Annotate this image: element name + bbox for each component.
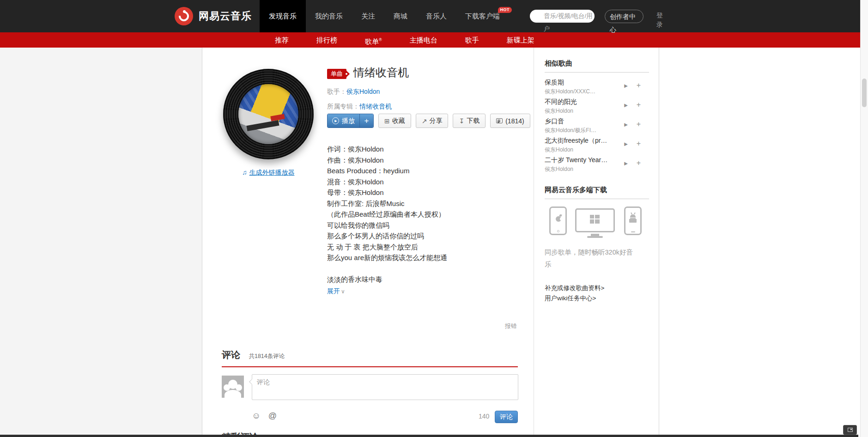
download-button[interactable]: ↧ 下载 (453, 114, 486, 128)
similar-song-title[interactable]: 保质期 (545, 79, 619, 87)
device-icons-row (545, 206, 649, 237)
top-navigation-bar: 网易云音乐 发现音乐 我的音乐 关注 商城 音乐人 下载客户端 HOT 音乐/视… (0, 0, 868, 32)
comment-submit-button[interactable]: 评论 (495, 411, 518, 423)
windows-device-icon[interactable] (575, 208, 615, 232)
add-small-icon[interactable]: + (637, 140, 641, 148)
similar-songs-title: 相似歌曲 (545, 59, 649, 73)
netease-logo-icon (175, 7, 193, 25)
column-divider (534, 48, 534, 437)
detail-line: Beats Produced：heydium (327, 165, 447, 176)
subnav-item-radio[interactable]: 主播电台 (396, 32, 451, 49)
left-gutter (0, 48, 202, 437)
play-button[interactable]: ▶ 播放 (328, 114, 359, 127)
nav-item-discover[interactable]: 发现音乐 (260, 0, 306, 32)
expand-lyrics-link[interactable]: 展开∨ (327, 286, 447, 297)
brand-title: 网易云音乐 (199, 9, 252, 23)
multi-device-download-title: 网易云音乐多端下载 (545, 186, 649, 199)
netease-logo[interactable]: 网易云音乐 (175, 0, 252, 32)
song-detail-text: 作词：侯东Holdon 作曲：侯东Holdon Beats Produced：h… (327, 144, 447, 297)
mini-player-icon (848, 428, 853, 432)
share-button[interactable]: ↗ 分享 (416, 114, 449, 128)
similar-song-title[interactable]: 二十岁 Twenty Year… (545, 156, 619, 164)
subnav-item-artists[interactable]: 歌手 (451, 32, 493, 49)
android-device-icon[interactable] (624, 206, 642, 235)
download-icon: ↧ (459, 117, 464, 125)
login-link[interactable]: 登录 (656, 10, 664, 29)
play-small-icon[interactable]: ▶ (624, 161, 628, 166)
subnav-item-recommend[interactable]: 推荐 (261, 32, 303, 49)
album-link[interactable]: 情绪收音机 (359, 103, 392, 110)
scrollbar-thumb[interactable] (862, 79, 867, 107)
nav-item-my-music[interactable]: 我的音乐 (306, 0, 352, 32)
action-button-row: ▶ 播放 + ⊞ 收藏 ↗ 分享 ↧ 下载 (1814) (327, 114, 530, 128)
creator-center-button[interactable]: 创作者中心 (605, 10, 643, 23)
edit-song-info-link[interactable]: 补充或修改歌曲资料> (545, 283, 649, 293)
add-small-icon[interactable]: + (637, 101, 641, 109)
search-input[interactable]: 音乐/视频/电台/用户 (530, 10, 595, 23)
subnav-item-playlists[interactable]: 歌单® (351, 32, 396, 49)
add-small-icon[interactable]: + (637, 159, 641, 167)
emoji-icon[interactable]: ☺ (252, 411, 261, 420)
share-icon: ↗ (422, 117, 427, 125)
detail-line (327, 263, 447, 274)
album-row: 所属专辑：情绪收音机 (327, 103, 392, 111)
detail-line: 母带：侯东Holdon (327, 187, 447, 198)
mention-icon[interactable]: @ (268, 411, 277, 420)
apple-device-icon[interactable] (549, 206, 567, 235)
list-item: 乡口音 侯东Holdon/极乐FI… ▶ + (545, 115, 649, 135)
play-small-icon[interactable]: ▶ (624, 103, 628, 108)
similar-song-artist: 侯东Holdon/XXXC… (545, 88, 619, 96)
nav-item-store[interactable]: 商城 (384, 0, 417, 32)
comment-input[interactable] (252, 374, 518, 400)
play-small-icon[interactable]: ▶ (624, 83, 628, 88)
song-title: 情绪收音机 (353, 65, 409, 80)
primary-nav: 发现音乐 我的音乐 关注 商城 音乐人 下载客户端 HOT (260, 0, 509, 32)
nav-item-musician[interactable]: 音乐人 (417, 0, 456, 32)
generate-outer-player-link[interactable]: ♫生成外链播放器 (242, 169, 295, 177)
player-bar-edge[interactable] (0, 435, 858, 437)
page-body: ♫生成外链播放器 单曲 情绪收音机 歌手：侯东Holdon 所属专辑：情绪收音机… (0, 48, 868, 437)
comment-count-button[interactable]: (1814) (490, 114, 530, 128)
detail-line: 制作工作室: 后浪帮Music (327, 198, 447, 209)
similar-song-title[interactable]: 不同的阳光 (545, 98, 619, 106)
secondary-nav-bar: 推荐 排行榜 歌单® 主播电台 歌手 新碟上架 (0, 32, 868, 48)
detail-line: 那么you are新的烦恼我该怎么才能想通 (327, 252, 447, 263)
avatar (222, 376, 244, 398)
hot-badge: HOT (498, 7, 512, 13)
detail-line: 作词：侯东Holdon (327, 144, 447, 155)
nav-item-download-client[interactable]: 下载客户端 HOT (456, 0, 509, 32)
wiki-task-center-link[interactable]: 用户wiki任务中心> (545, 293, 649, 303)
subnav-item-charts[interactable]: 排行榜 (303, 32, 351, 49)
similar-song-title[interactable]: 乡口音 (545, 117, 619, 126)
nav-item-follow[interactable]: 关注 (352, 0, 384, 32)
similar-song-artist: 侯东Holdon (545, 146, 619, 154)
detail-line: （此作品Beat经过原编曲者本人授权） (327, 209, 447, 220)
similar-song-artist: 侯东Holdon (545, 165, 619, 173)
detail-line: 作曲：侯东Holdon (327, 155, 447, 166)
add-small-icon[interactable]: + (637, 120, 641, 128)
play-small-icon[interactable]: ▶ (624, 141, 628, 146)
content-wrapper: ♫生成外链播放器 单曲 情绪收音机 歌手：侯东Holdon 所属专辑：情绪收音机… (202, 48, 659, 437)
subnav-item-new-albums[interactable]: 新碟上架 (493, 32, 548, 49)
detail-line: 无 动 于 衷 把大脑整个放空后 (327, 242, 447, 253)
detail-line: 可以给我你的微信吗 (327, 220, 447, 231)
add-small-icon[interactable]: + (637, 81, 641, 90)
similar-song-artist: 侯东Holdon (545, 107, 619, 115)
similar-song-title[interactable]: 北大街freestyle（pr… (545, 137, 619, 145)
music-note-icon: ♫ (242, 169, 247, 176)
topbar-right-group: 音乐/视频/电台/用户 创作者中心 登录 (530, 10, 664, 29)
detail-line: 淡淡的香水味中毒 (327, 274, 447, 285)
similar-song-artist: 侯东Holdon/极乐FI… (545, 127, 619, 134)
favorite-button[interactable]: ⊞ 收藏 (378, 114, 411, 128)
page-scrollbar[interactable] (860, 0, 868, 437)
comment-bubble-icon (496, 118, 503, 123)
chevron-down-icon: ∨ (341, 288, 345, 295)
list-item: 北大街freestyle（pr… 侯东Holdon ▶ + (545, 135, 649, 154)
mini-player-toggle[interactable] (843, 425, 857, 435)
detail-line: 混音：侯东Holdon (327, 176, 447, 188)
artist-link[interactable]: 侯东Holdon (346, 88, 380, 95)
similar-songs-list: 保质期 侯东Holdon/XXXC… ▶ + 不同的阳光 侯东Holdon ▶ … (545, 77, 649, 174)
play-small-icon[interactable]: ▶ (624, 122, 628, 127)
add-to-playlist-button[interactable]: + (359, 114, 373, 127)
report-error-link[interactable]: 报错 (505, 322, 517, 330)
